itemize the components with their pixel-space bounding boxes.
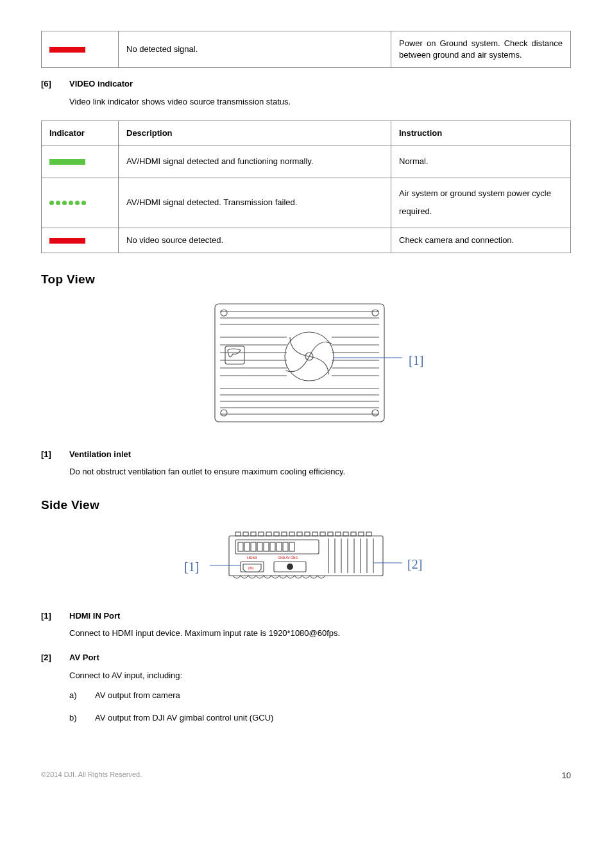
col-description: Description: [119, 121, 391, 146]
page-number: 10: [562, 770, 571, 781]
solid-red-indicator-icon: [49, 47, 85, 53]
sideview-sec1-body: Connect to HDMI input device. Maximum in…: [69, 626, 571, 640]
description-cell: No detected signal.: [119, 31, 391, 68]
svg-text:GND AV GND: GND AV GND: [278, 556, 298, 560]
svg-rect-0: [215, 304, 384, 422]
topview-sec1-body: Do not obstruct ventilation fan outlet t…: [69, 464, 571, 479]
description-cell: No video source detected.: [119, 228, 391, 253]
svg-rect-41: [320, 532, 325, 536]
svg-rect-44: [343, 532, 348, 536]
section-title: Ventilation inlet: [69, 449, 131, 460]
svg-rect-42: [328, 532, 333, 536]
section-number: [6]: [41, 78, 69, 90]
section-title: HDMI IN Port: [69, 610, 120, 622]
svg-rect-46: [359, 532, 364, 536]
sideview-sec2-body: Connect to AV input, including:: [69, 668, 571, 683]
svg-text:(IN): (IN): [248, 566, 254, 570]
svg-rect-60: [257, 542, 262, 551]
list-text: AV output from camera: [95, 689, 180, 703]
sideview-sec2-header: [2] AV Port: [41, 652, 571, 664]
table-row: No detected signal. Power on Ground syst…: [42, 31, 571, 68]
svg-rect-64: [283, 542, 288, 551]
solid-red-indicator-icon: [49, 238, 85, 244]
solid-green-indicator-icon: [49, 159, 85, 165]
indicator-cell: [42, 228, 119, 253]
top-view-figure: [1]: [41, 299, 571, 433]
svg-point-4: [372, 410, 378, 416]
list-key: b): [69, 712, 95, 725]
instruction-cell: Power on Ground system. Check distance b…: [391, 31, 571, 68]
col-instruction: Instruction: [391, 121, 571, 146]
page-footer: ©2014 DJI. All Rights Reserved. 10: [41, 770, 571, 781]
description-cell: AV/HDMI signal detected. Transmission fa…: [119, 178, 391, 228]
section-6-header: [6] VIDEO indicator: [41, 78, 571, 90]
section-number: [2]: [41, 652, 69, 664]
svg-point-2: [372, 310, 378, 316]
svg-point-68: [287, 563, 293, 570]
video-indicator-table: Indicator Description Instruction AV/HDM…: [41, 121, 571, 253]
svg-rect-58: [244, 542, 250, 551]
svg-rect-43: [336, 532, 341, 536]
topview-sec1-header: [1] Ventilation inlet: [41, 449, 571, 460]
svg-rect-33: [259, 532, 264, 536]
blinking-green-indicator-icon: [49, 201, 86, 205]
svg-rect-39: [305, 532, 310, 536]
svg-rect-59: [251, 542, 256, 551]
svg-rect-30: [235, 532, 241, 536]
svg-rect-56: [235, 540, 319, 554]
instruction-cell: Normal.: [391, 146, 571, 178]
table-header-row: Indicator Description Instruction: [42, 121, 571, 146]
table-row: No video source detected. Check camera a…: [42, 228, 571, 253]
list-text: AV output from DJI AV gimbal control uni…: [95, 712, 273, 725]
side-view-figure: [1]: [41, 524, 571, 595]
instruction-cell: Air system or ground system power cycle …: [391, 178, 571, 228]
callout-2-label: [2]: [407, 555, 422, 573]
svg-rect-63: [276, 542, 282, 551]
svg-rect-40: [312, 532, 318, 536]
svg-rect-62: [270, 542, 275, 551]
indicator-cell: [42, 31, 119, 68]
list-item-b: b) AV output from DJI AV gimbal control …: [69, 712, 571, 725]
svg-rect-36: [282, 532, 287, 536]
top-view-heading: Top View: [41, 271, 571, 288]
svg-rect-32: [251, 532, 256, 536]
section-number: [1]: [41, 449, 69, 460]
table-row: AV/HDMI signal detected and functioning …: [42, 146, 571, 178]
sideview-sec1-header: [1] HDMI IN Port: [41, 610, 571, 622]
svg-rect-65: [289, 542, 294, 551]
svg-rect-38: [297, 532, 302, 536]
signal-status-table: No detected signal. Power on Ground syst…: [41, 31, 571, 68]
svg-text:HDMI: HDMI: [247, 556, 257, 560]
col-indicator: Indicator: [42, 121, 119, 146]
svg-rect-57: [238, 542, 243, 551]
table-row: AV/HDMI signal detected. Transmission fa…: [42, 178, 571, 228]
callout-1-label: [1]: [184, 558, 199, 576]
side-view-heading: Side View: [41, 497, 571, 514]
svg-rect-37: [289, 532, 294, 536]
svg-rect-61: [264, 542, 269, 551]
svg-rect-31: [243, 532, 248, 536]
svg-rect-45: [351, 532, 356, 536]
svg-point-1: [221, 310, 227, 316]
svg-point-3: [221, 410, 227, 416]
svg-rect-47: [366, 532, 371, 536]
copyright-text: ©2014 DJI. All Rights Reserved.: [41, 770, 142, 781]
indicator-cell: [42, 146, 119, 178]
description-cell: AV/HDMI signal detected and functioning …: [119, 146, 391, 178]
section-title: AV Port: [69, 652, 99, 664]
svg-rect-35: [274, 532, 279, 536]
callout-1-label: [1]: [409, 351, 423, 369]
list-item-a: a) AV output from camera: [69, 689, 571, 703]
section-number: [1]: [41, 610, 69, 622]
section-title: VIDEO indicator: [69, 78, 133, 90]
indicator-cell: [42, 178, 119, 228]
list-key: a): [69, 689, 95, 703]
instruction-cell: Check camera and connection.: [391, 228, 571, 253]
section-6-intro: Video link indicator shows video source …: [69, 94, 571, 109]
svg-rect-34: [266, 532, 271, 536]
